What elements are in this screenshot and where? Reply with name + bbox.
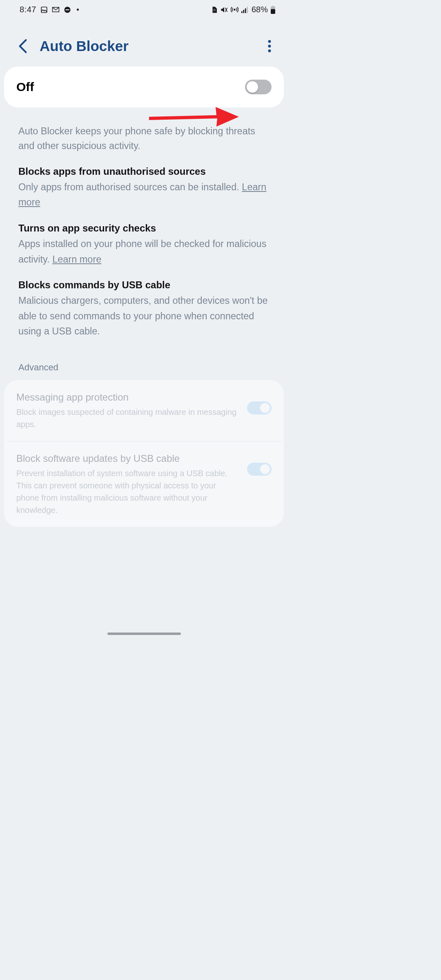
feature-desc-text: Only apps from authorised sources can be… bbox=[18, 182, 242, 192]
advanced-item-title: Messaging app protection bbox=[16, 391, 241, 403]
svg-rect-5 bbox=[214, 10, 214, 11]
main-toggle-switch[interactable] bbox=[245, 80, 272, 94]
svg-rect-9 bbox=[243, 10, 244, 13]
advanced-item-desc: Prevent installation of system software … bbox=[16, 467, 241, 516]
gmail-icon bbox=[52, 7, 60, 13]
svg-rect-3 bbox=[214, 9, 214, 10]
svg-rect-10 bbox=[245, 8, 246, 13]
advanced-toggle-messaging[interactable] bbox=[247, 401, 272, 414]
learn-more-link[interactable]: Learn more bbox=[52, 254, 101, 265]
status-left: 8:47 bbox=[20, 5, 79, 14]
status-clock: 8:47 bbox=[20, 5, 36, 14]
dnd-icon bbox=[64, 6, 71, 13]
main-toggle-label: Off bbox=[16, 80, 34, 94]
status-right: 68% bbox=[211, 5, 276, 14]
intro-text: Auto Blocker keeps your phone safe by bl… bbox=[0, 107, 288, 154]
chevron-left-icon bbox=[18, 39, 27, 53]
advanced-card: Messaging app protection Block images su… bbox=[4, 380, 284, 527]
svg-rect-8 bbox=[241, 11, 243, 13]
feature-block-usb-commands: Blocks commands by USB cable Malicious c… bbox=[0, 267, 288, 339]
svg-rect-6 bbox=[215, 10, 216, 11]
mute-icon bbox=[220, 6, 228, 13]
feature-desc: Only apps from authorised sources can be… bbox=[18, 180, 270, 210]
feature-title: Blocks commands by USB cable bbox=[18, 279, 270, 291]
switch-knob bbox=[260, 403, 270, 413]
feature-title: Blocks apps from unauthorised sources bbox=[18, 166, 270, 177]
svg-rect-4 bbox=[215, 9, 216, 10]
sim-icon bbox=[211, 6, 218, 13]
battery-percent: 68% bbox=[252, 5, 268, 14]
advanced-item-usb-update[interactable]: Block software updates by USB cable Prev… bbox=[4, 441, 284, 527]
dot-icon bbox=[77, 9, 79, 11]
advanced-item-text: Block software updates by USB cable Prev… bbox=[16, 452, 247, 516]
advanced-item-messaging[interactable]: Messaging app protection Block images su… bbox=[7, 380, 281, 441]
status-bar: 8:47 68% bbox=[0, 0, 288, 18]
main-toggle-card[interactable]: Off bbox=[4, 67, 284, 107]
switch-knob bbox=[260, 464, 270, 474]
svg-rect-2 bbox=[65, 9, 69, 10]
svg-rect-0 bbox=[41, 7, 47, 13]
svg-point-17 bbox=[268, 49, 271, 52]
svg-rect-14 bbox=[271, 9, 275, 14]
page-title: Auto Blocker bbox=[40, 38, 263, 54]
page-header: Auto Blocker bbox=[0, 18, 288, 67]
more-button[interactable] bbox=[263, 40, 276, 52]
hotspot-icon bbox=[231, 6, 238, 13]
image-icon bbox=[40, 6, 48, 13]
advanced-toggle-usb-update[interactable] bbox=[247, 463, 272, 476]
svg-point-16 bbox=[268, 45, 271, 48]
feature-block-unauthorised: Blocks apps from unauthorised sources On… bbox=[0, 154, 288, 210]
feature-block-security-checks: Turns on app security checks Apps instal… bbox=[0, 210, 288, 267]
signal-icon bbox=[241, 7, 248, 13]
advanced-item-text: Messaging app protection Block images su… bbox=[16, 391, 247, 430]
svg-point-7 bbox=[234, 9, 235, 10]
advanced-item-desc: Block images suspected of containing mal… bbox=[16, 406, 241, 430]
nav-handle[interactable] bbox=[107, 633, 181, 635]
feature-title: Turns on app security checks bbox=[18, 223, 270, 234]
feature-desc: Apps installed on your phone will be che… bbox=[18, 236, 270, 267]
advanced-section-label: Advanced bbox=[0, 339, 288, 380]
advanced-item-title: Block software updates by USB cable bbox=[16, 452, 241, 465]
feature-desc: Malicious chargers, computers, and other… bbox=[18, 293, 270, 339]
more-vertical-icon bbox=[268, 40, 271, 52]
svg-point-15 bbox=[268, 40, 271, 43]
svg-rect-13 bbox=[272, 6, 274, 7]
battery-icon bbox=[270, 6, 276, 14]
switch-knob bbox=[247, 81, 258, 93]
svg-rect-11 bbox=[247, 7, 248, 13]
back-button[interactable] bbox=[18, 39, 27, 53]
